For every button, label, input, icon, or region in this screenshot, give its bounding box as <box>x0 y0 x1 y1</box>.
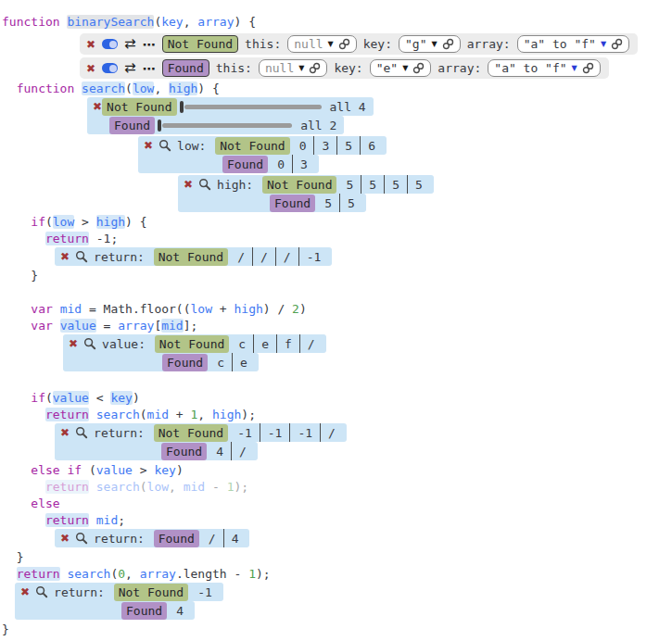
config-field-label: array: <box>467 37 511 51</box>
probe-value: 5 <box>407 175 430 194</box>
slider-track[interactable] <box>162 123 292 128</box>
link-icon[interactable] <box>309 62 321 74</box>
probe-value: 0 <box>270 155 292 173</box>
code-token: ) <box>133 391 140 405</box>
case-badge: Found <box>154 530 199 547</box>
code-line: if(low > high) { <box>2 214 147 231</box>
code-token <box>74 82 82 95</box>
probe-value: -1 <box>260 423 290 442</box>
case-badge: Found <box>270 195 315 212</box>
code-token: return <box>17 567 60 581</box>
this-dropdown[interactable]: null▼ <box>259 59 327 77</box>
probe-row: Foundall 2 <box>87 116 344 134</box>
magnifier-icon[interactable] <box>198 178 211 191</box>
probe-row: ✖return: Not Found-1-1-1/ <box>55 423 347 442</box>
magnifier-icon[interactable] <box>158 139 171 152</box>
magnifier-icon[interactable] <box>83 337 96 350</box>
dropdown-arrow-icon[interactable]: ▼ <box>572 65 577 72</box>
dropdown-arrow-icon[interactable]: ▼ <box>432 41 437 48</box>
swap-icon[interactable]: ⇄ <box>124 61 136 75</box>
delete-probe-icon[interactable]: ✖ <box>86 39 95 50</box>
coverage-slider[interactable] <box>180 97 322 116</box>
case-badge: Not Found <box>102 98 176 116</box>
coverage-slider[interactable] <box>158 116 292 134</box>
code-token: mid <box>60 302 82 316</box>
probe-indent-spacer <box>178 194 270 195</box>
link-icon[interactable] <box>338 38 350 50</box>
keyword-token: if <box>67 463 82 477</box>
delete-probe-icon[interactable]: ✖ <box>60 533 70 544</box>
config-line: ✖⇄⋯Foundthis:null▼key:"e"▼array:"a" to "… <box>80 57 672 79</box>
code-line: else <box>2 496 60 512</box>
code-token: array <box>140 567 176 581</box>
delete-probe-icon[interactable]: ✖ <box>184 179 193 190</box>
toggle-on-icon[interactable] <box>102 63 118 73</box>
link-icon[interactable] <box>412 62 425 74</box>
code-token <box>2 319 31 333</box>
delete-probe-icon[interactable]: ✖ <box>69 338 78 349</box>
code-token: high <box>234 302 262 316</box>
this-dropdown[interactable]: null▼ <box>287 35 356 53</box>
case-badge: Not Found <box>114 584 188 601</box>
config-field-label: array: <box>437 61 481 75</box>
link-icon[interactable] <box>611 38 623 50</box>
code-token: ( <box>140 408 147 421</box>
key-dropdown[interactable]: "g"▼ <box>399 35 461 53</box>
probe-row: ✖return: Not Found-1 <box>15 583 223 601</box>
delete-probe-icon[interactable]: ✖ <box>86 63 95 74</box>
keyword-token: else <box>31 496 59 510</box>
probe-label: high: <box>217 178 260 192</box>
code-token: , <box>184 15 198 29</box>
slider-track[interactable] <box>184 105 322 109</box>
probe-return: ✖return: Not Found-1-1-1/Found4/ <box>55 423 347 460</box>
magnifier-icon[interactable] <box>75 426 88 439</box>
delete-probe-icon[interactable]: ✖ <box>60 251 70 262</box>
array-dropdown[interactable]: "a" to "f"▼ <box>488 59 600 77</box>
code-token: } <box>2 550 23 564</box>
more-options-icon[interactable]: ⋯ <box>143 38 156 51</box>
code-editor[interactable]: function binarySearch(key, array) {✖⇄⋯No… <box>2 14 672 638</box>
case-badge: Found <box>121 602 167 620</box>
delete-probe-icon[interactable]: ✖ <box>60 427 70 438</box>
code-token: ) { <box>125 215 146 229</box>
magnifier-icon[interactable] <box>35 585 48 598</box>
probe-return: ✖return: Not Found///-1 <box>55 247 332 266</box>
delete-probe-icon[interactable]: ✖ <box>93 101 102 112</box>
more-options-icon[interactable]: ⋯ <box>143 62 156 75</box>
magnifier-icon[interactable] <box>75 532 88 545</box>
case-badge: Not Found <box>154 248 228 266</box>
slider-thumb-icon[interactable] <box>158 119 161 132</box>
code-token <box>2 215 31 229</box>
delete-probe-icon[interactable]: ✖ <box>20 586 30 597</box>
probe-row: Found4 <box>15 601 195 620</box>
dropdown-arrow-icon[interactable]: ▼ <box>328 41 334 48</box>
probe-row: Found55 <box>178 194 366 212</box>
probe-head: ✖high: <box>178 175 260 194</box>
link-icon[interactable] <box>442 38 454 50</box>
code-line: var value = array[mid]; <box>2 318 197 334</box>
probe-low: ✖low: Not Found0356Found03 <box>138 136 387 173</box>
swap-icon[interactable]: ⇄ <box>124 37 136 51</box>
probe-value: / <box>201 529 223 547</box>
key-dropdown[interactable]: "e"▼ <box>370 59 432 77</box>
config-field-label: key: <box>334 61 362 75</box>
delete-probe-icon[interactable]: ✖ <box>144 140 153 151</box>
probe-row: ✖high: Not Found5555 <box>178 175 434 194</box>
probe-value: -1 <box>230 423 260 442</box>
slider-thumb-icon[interactable] <box>180 101 184 113</box>
magnifier-icon[interactable] <box>75 250 88 263</box>
case-badge: Not Found <box>162 35 238 53</box>
code-token: low <box>53 215 74 229</box>
keyword-token: if <box>31 215 45 229</box>
dropdown-arrow-icon[interactable]: ▼ <box>601 41 606 48</box>
probe-indent-spacer <box>15 601 121 602</box>
dropdown-arrow-icon[interactable]: ▼ <box>402 65 408 72</box>
link-icon[interactable] <box>582 62 594 74</box>
toggle-on-icon[interactable] <box>102 39 118 49</box>
array-dropdown[interactable]: "a" to "f"▼ <box>517 35 629 53</box>
dropdown-arrow-icon[interactable]: ▼ <box>298 65 304 72</box>
probe-values: -1 <box>190 583 223 601</box>
keyword-token: var <box>31 302 52 316</box>
code-token: 2 <box>292 302 299 316</box>
code-token: mid <box>161 319 183 333</box>
